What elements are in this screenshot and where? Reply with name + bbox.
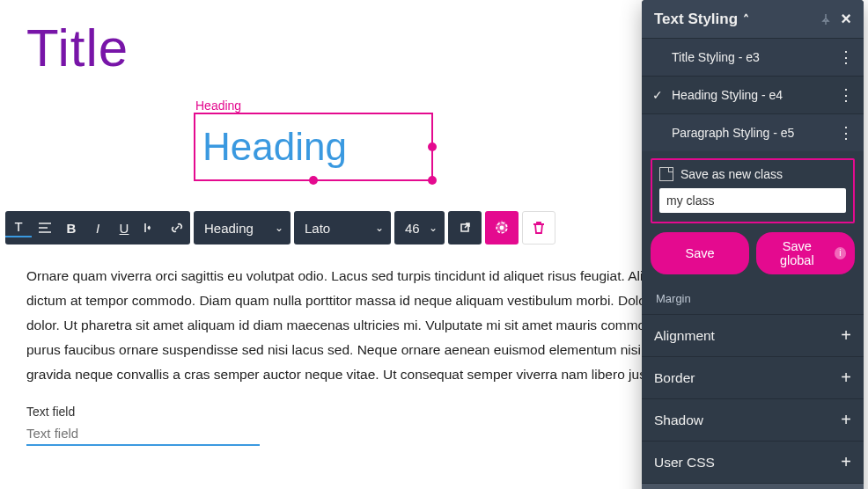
text-field-label: Text field xyxy=(26,405,75,419)
plus-icon: + xyxy=(841,410,851,430)
save-class-label: Save as new class xyxy=(680,167,783,181)
text-toolbar: T B I U Heading ⌄ Lato ⌄ 46 ⌄ xyxy=(5,211,555,244)
style-class-label: Heading Styling - e4 xyxy=(672,88,838,102)
info-icon: i xyxy=(835,247,846,259)
size-select-value: 46 xyxy=(405,221,420,236)
save-button[interactable]: Save xyxy=(651,232,749,274)
heading-text[interactable]: Heading xyxy=(202,125,347,169)
plus-icon: + xyxy=(841,368,851,388)
save-global-button[interactable]: Save global i xyxy=(756,232,855,274)
save-button-label: Save xyxy=(685,246,714,260)
style-class-label: Paragraph Styling - e5 xyxy=(672,126,838,140)
save-class-box: Save as new class xyxy=(651,158,855,223)
more-icon[interactable]: ⋮ xyxy=(838,47,853,67)
font-select-value: Lato xyxy=(305,221,330,236)
text-tool-icon[interactable]: T xyxy=(5,219,32,237)
panel-header[interactable]: Text Styling ˄ × xyxy=(642,0,864,38)
settings-button[interactable] xyxy=(485,211,519,244)
gear-icon xyxy=(493,219,511,237)
section-alignment[interactable]: Alignment + xyxy=(642,314,864,356)
style-class-row[interactable]: Title Styling - e3 ⋮ xyxy=(642,38,864,76)
selection-tag: Heading xyxy=(195,99,241,113)
section-label: Alignment xyxy=(654,328,715,344)
plus-icon: + xyxy=(841,452,851,472)
underline-icon[interactable]: U xyxy=(111,221,137,236)
save-global-label: Save global xyxy=(765,239,829,267)
resize-handle-icon[interactable] xyxy=(309,176,318,185)
pin-icon[interactable] xyxy=(820,13,837,26)
bold-icon[interactable]: B xyxy=(58,221,85,236)
delete-button[interactable] xyxy=(522,211,555,244)
text-field-input[interactable] xyxy=(26,424,260,446)
chevron-up-icon: ˄ xyxy=(743,12,749,26)
section-user-css[interactable]: User CSS + xyxy=(642,441,864,483)
indent-icon[interactable] xyxy=(137,223,164,233)
section-label: Border xyxy=(654,370,695,386)
chevron-down-icon: ⌄ xyxy=(375,222,384,234)
class-name-input[interactable] xyxy=(659,188,846,213)
size-select[interactable]: 46 ⌄ xyxy=(394,211,445,244)
section-label: User CSS xyxy=(654,455,715,471)
save-buttons: Save Save global i xyxy=(642,232,864,287)
save-icon xyxy=(659,167,673,181)
font-select[interactable]: Lato ⌄ xyxy=(294,211,391,244)
style-select[interactable]: Heading ⌄ xyxy=(194,211,291,244)
toolbar-format-group: T B I U xyxy=(5,211,190,244)
section-truncated: Margin xyxy=(642,287,864,314)
panel-title: Text Styling xyxy=(654,11,738,28)
selected-heading-box[interactable]: Heading xyxy=(194,113,433,181)
more-icon[interactable]: ⋮ xyxy=(838,123,853,142)
plus-icon: + xyxy=(841,325,851,346)
style-class-row[interactable]: Paragraph Styling - e5 ⋮ xyxy=(642,113,864,151)
chevron-down-icon: ⌄ xyxy=(275,222,283,234)
chevron-down-icon: ⌄ xyxy=(429,222,438,234)
open-external-button[interactable] xyxy=(448,211,482,244)
style-class-row-active[interactable]: ✓ Heading Styling - e4 ⋮ xyxy=(642,76,864,113)
save-class-heading: Save as new class xyxy=(659,167,846,181)
section-shadow[interactable]: Shadow + xyxy=(642,398,864,441)
italic-icon[interactable]: I xyxy=(85,221,111,236)
section-label: Shadow xyxy=(654,412,703,428)
style-select-value: Heading xyxy=(204,221,254,236)
more-icon[interactable]: ⋮ xyxy=(838,85,853,105)
align-icon[interactable] xyxy=(32,222,58,234)
section-border[interactable]: Border + xyxy=(642,356,864,398)
close-icon[interactable]: × xyxy=(837,9,855,29)
trash-icon xyxy=(531,220,547,236)
style-class-label: Title Styling - e3 xyxy=(672,50,838,64)
link-icon[interactable] xyxy=(164,221,190,235)
check-icon: ✓ xyxy=(652,88,666,102)
apply-copy-button[interactable]: Apply/Copy to xyxy=(642,483,864,489)
text-styling-panel: Text Styling ˄ × Title Styling - e3 ⋮ ✓ … xyxy=(642,0,864,489)
